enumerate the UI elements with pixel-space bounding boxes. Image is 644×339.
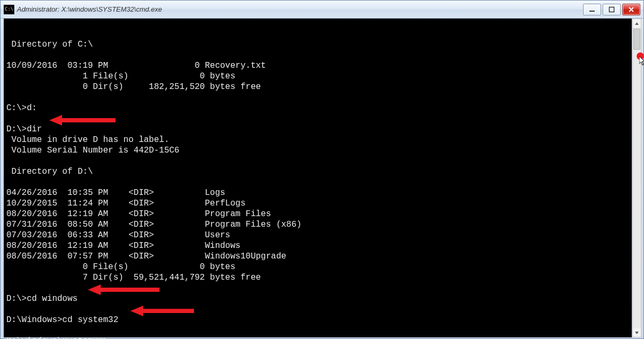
cmd-icon-text: C:\ <box>4 7 13 12</box>
scroll-down-button[interactable] <box>633 328 641 337</box>
scrollbar-thumb[interactable] <box>633 29 640 50</box>
titlebar[interactable]: C:\ Administrator: X:\windows\SYSTEM32\c… <box>1 1 643 19</box>
chevron-up-icon <box>634 21 639 26</box>
minimize-icon <box>589 6 595 13</box>
maximize-button[interactable] <box>603 4 621 15</box>
svg-rect-1 <box>610 7 614 12</box>
close-icon <box>628 6 634 13</box>
vertical-scrollbar[interactable] <box>632 19 641 337</box>
terminal-client-area[interactable]: Directory of C:\ 10/09/2016 03:19 PM 0 R… <box>4 19 632 337</box>
scrollbar-track[interactable] <box>633 28 641 328</box>
annotation-dot <box>637 52 644 60</box>
close-button[interactable] <box>622 4 640 15</box>
cmd-window: C:\ Administrator: X:\windows\SYSTEM32\c… <box>0 0 644 339</box>
window-controls <box>583 4 640 15</box>
window-title: Administrator: X:\windows\SYSTEM32\cmd.e… <box>17 5 583 13</box>
svg-rect-0 <box>589 11 595 12</box>
terminal-output: Directory of C:\ 10/09/2016 03:19 PM 0 R… <box>4 28 631 328</box>
cmd-icon: C:\ <box>4 5 14 14</box>
scroll-up-button[interactable] <box>633 19 641 28</box>
chevron-down-icon <box>634 331 639 335</box>
minimize-button[interactable] <box>583 4 601 15</box>
maximize-icon <box>608 6 615 13</box>
